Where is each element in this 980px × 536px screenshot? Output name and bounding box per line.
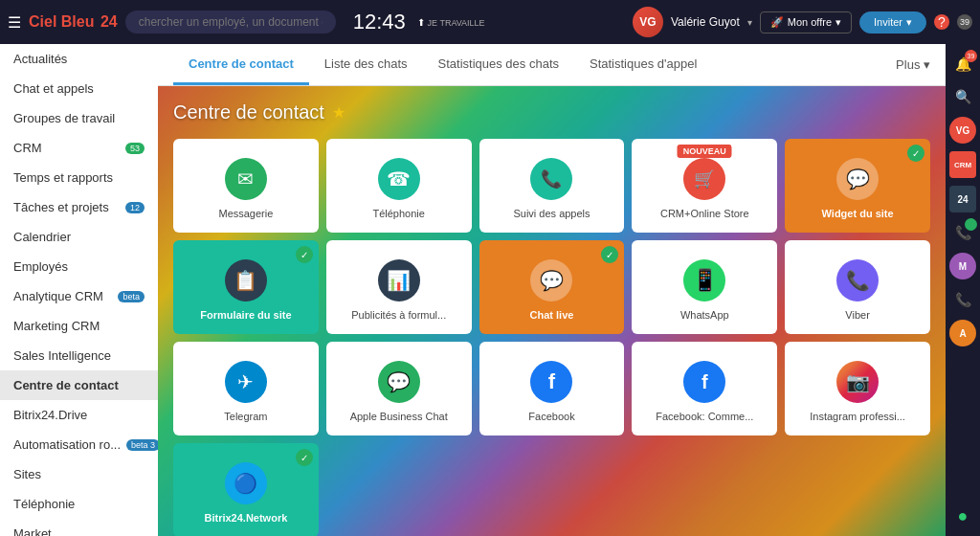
status-dot-icon: ● — [958, 506, 969, 526]
username-label: Valérie Guyot — [671, 15, 740, 29]
user-avatar[interactable]: VG — [633, 7, 663, 37]
sidebar-label: Chat et appels — [13, 81, 94, 96]
tab-centre-contact[interactable]: Centre de contact — [173, 45, 309, 85]
card-label: Viber — [845, 309, 869, 321]
sidebar-item-calendrier[interactable]: Calendrier — [0, 222, 158, 252]
rp-avatar-orange[interactable]: A — [949, 320, 976, 346]
content-area: Centre de contact Liste des chats Statis… — [158, 44, 946, 536]
card-apple-business-chat[interactable]: 💬 Apple Business Chat — [326, 342, 472, 436]
search-input[interactable] — [125, 11, 336, 34]
sidebar-label: Groupes de travail — [13, 111, 115, 125]
tab-liste-chats[interactable]: Liste des chats — [309, 45, 423, 85]
sidebar-item-marketing[interactable]: Marketing CRM — [0, 311, 158, 341]
sidebar-item-temps[interactable]: Temps et rapports — [0, 163, 158, 192]
crm-badge: 53 — [125, 143, 145, 154]
rp-user-avatar[interactable]: VG — [949, 117, 976, 144]
sidebar: Actualités Chat et appels Groupes de tra… — [0, 44, 158, 536]
sidebar-item-crm[interactable]: CRM 53 — [0, 133, 158, 163]
whatsapp-icon: 📱 — [683, 259, 725, 302]
card-chat-live[interactable]: ✓ 💬 Chat live — [479, 240, 625, 334]
card-suivi-appels[interactable]: 📞 Suivi des appels — [479, 139, 625, 233]
favorite-star-icon[interactable]: ★ — [332, 103, 345, 122]
sidebar-item-taches[interactable]: Tâches et projets 12 — [0, 192, 158, 222]
analytique-badge: beta — [118, 291, 145, 302]
rp-phone2-icon[interactable]: 📞 — [948, 285, 977, 314]
main-layout: Actualités Chat et appels Groupes de tra… — [0, 44, 980, 536]
sidebar-item-sales[interactable]: Sales Intelligence — [0, 341, 158, 370]
rp-green-dot[interactable]: ● — [948, 502, 977, 530]
widget-icon: 💬 — [836, 158, 879, 200]
tabs-bar: Centre de contact Liste des chats Statis… — [158, 44, 946, 86]
topbar-right: VG Valérie Guyot ▾ 🚀 Mon offre ▾ Inviter… — [633, 7, 972, 37]
card-facebook[interactable]: f Facebook — [479, 342, 625, 436]
notification-badge[interactable]: ? — [934, 14, 949, 30]
sidebar-label: Téléphonie — [13, 497, 75, 511]
sidebar-item-actualites[interactable]: Actualités — [0, 44, 158, 74]
rp-24-icon[interactable]: 24 — [949, 186, 976, 212]
dropdown-icon[interactable]: ▾ — [747, 17, 752, 28]
sidebar-label: Sales Intelligence — [13, 348, 111, 363]
sidebar-item-chat-appels[interactable]: Chat et appels — [0, 74, 158, 103]
sidebar-label: Analytique CRM — [13, 289, 103, 303]
check-icon: ✓ — [907, 145, 924, 162]
crm-online-icon: 🛒 — [683, 158, 725, 200]
sidebar-item-telephonie[interactable]: Téléphonie — [0, 489, 158, 519]
apple-chat-icon: 💬 — [378, 361, 420, 403]
sidebar-item-market[interactable]: Market — [0, 519, 158, 536]
card-telephonie[interactable]: ☎ Téléphonie — [326, 139, 472, 233]
auto-badge: beta 3 — [126, 439, 158, 451]
card-telegram[interactable]: ✈ Telegram — [173, 342, 319, 436]
card-label: Téléphonie — [372, 208, 424, 219]
sidebar-item-centre-contact[interactable]: Centre de contact — [0, 370, 158, 400]
topbar: ☰ Ciel Bleu 24 12:43 ⬆ JE TRAVAILLE VG V… — [0, 0, 980, 44]
bell-icon: ? — [938, 14, 946, 30]
rp-notifications-icon[interactable]: 🔔 39 — [948, 50, 977, 78]
card-label: Formulaire du site — [200, 309, 291, 321]
page-title-row: Centre de contact ★ — [173, 101, 930, 123]
help-badge[interactable]: 39 — [957, 14, 972, 30]
check-icon: ✓ — [296, 449, 313, 466]
rp-search-icon[interactable]: 🔍 — [948, 82, 977, 111]
card-whatsapp[interactable]: 📱 WhatsApp — [632, 240, 777, 334]
tab-stats-chats[interactable]: Statistiques des chats — [423, 45, 574, 85]
sidebar-item-sites[interactable]: Sites — [0, 459, 158, 489]
card-label: Messagerie — [218, 208, 273, 219]
sidebar-item-employes[interactable]: Employés — [0, 252, 158, 281]
page-title: Centre de contact — [173, 101, 324, 123]
card-facebook-comme[interactable]: f Facebook: Comme... — [632, 342, 777, 436]
rp-avatar-purple[interactable]: M — [949, 253, 976, 279]
status-text: JE TRAVAILLE — [428, 18, 485, 28]
facebook-comme-icon: f — [683, 361, 725, 403]
menu-icon[interactable]: ☰ — [8, 13, 21, 32]
tab-more[interactable]: Plus ▾ — [896, 57, 930, 72]
page-body: Centre de contact ★ ✉ Messagerie ☎ Télép… — [158, 86, 946, 536]
invite-button[interactable]: Inviter ▾ — [859, 11, 926, 34]
card-viber[interactable]: 📞 Viber — [785, 240, 930, 334]
card-publicites[interactable]: 📊 Publicités à formul... — [326, 240, 472, 334]
card-crm-online[interactable]: NOUVEAU 🛒 CRM+Online Store — [632, 139, 777, 233]
rp-phone-icon[interactable]: 📞 — [948, 218, 977, 247]
offer-icon: 🚀 — [770, 16, 784, 29]
card-instagram[interactable]: 📷 Instagram professi... — [785, 342, 930, 436]
card-messagerie[interactable]: ✉ Messagerie — [173, 139, 319, 233]
viber-icon: 📞 — [836, 259, 879, 302]
cards-grid: ✉ Messagerie ☎ Téléphonie 📞 Suivi des ap… — [173, 139, 930, 536]
sidebar-item-groupes-travail[interactable]: Groupes de travail — [0, 103, 158, 133]
publicites-icon: 📊 — [378, 259, 420, 302]
rp-crm-icon[interactable]: CRM — [949, 151, 976, 178]
sidebar-item-bitrix24-drive[interactable]: Bitrix24.Drive — [0, 400, 158, 430]
card-bitrix24-network[interactable]: ✓ 🔵 Bitrix24.Network — [173, 443, 319, 536]
check-icon: ✓ — [601, 246, 618, 263]
sidebar-item-automatisation[interactable]: Automatisation ro... beta 3 — [0, 430, 158, 459]
tab-stats-appel[interactable]: Statistiques d'appel — [574, 45, 712, 85]
sidebar-label: Market — [13, 526, 52, 536]
card-label: Widget du site — [822, 208, 894, 219]
card-formulaire-site[interactable]: ✓ 📋 Formulaire du site — [173, 240, 319, 334]
card-widget-site[interactable]: ✓ 💬 Widget du site — [785, 139, 930, 233]
sidebar-item-analytique[interactable]: Analytique CRM beta — [0, 281, 158, 311]
app-logo: Ciel Bleu 24 — [29, 13, 118, 31]
current-time: 12:43 — [353, 10, 406, 34]
offer-button[interactable]: 🚀 Mon offre ▾ — [760, 11, 852, 34]
card-label: WhatsApp — [680, 309, 729, 321]
card-label: Publicités à formul... — [351, 309, 446, 321]
